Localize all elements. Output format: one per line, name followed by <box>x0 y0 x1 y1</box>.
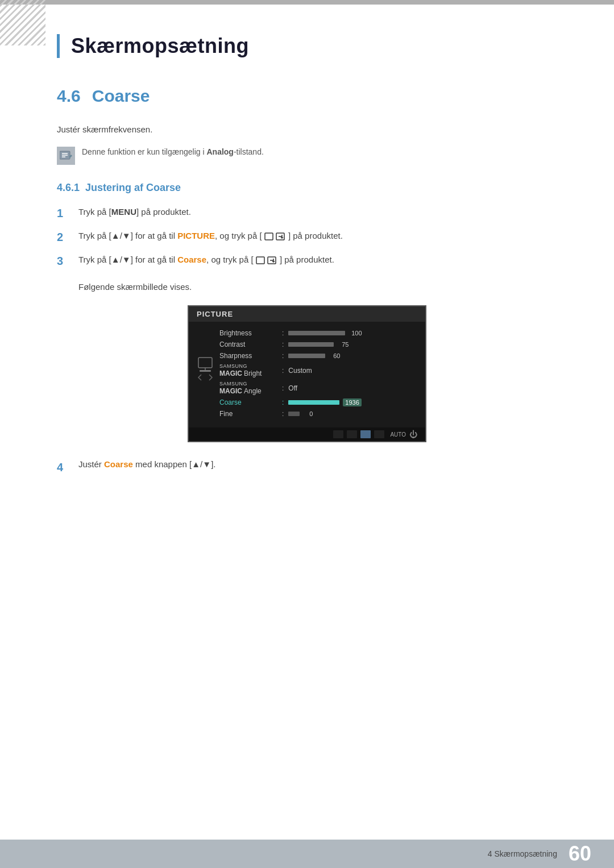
step-4: 4 Justér Coarse med knappen [▲/▼]. <box>57 459 557 475</box>
tv-menu-icon <box>197 355 214 394</box>
menu-row-fine: Fine : 0 <box>219 408 417 420</box>
footer-page-number: 60 <box>569 844 591 864</box>
screen-left-icon <box>197 327 215 420</box>
screen-container: PICTURE <box>57 305 557 442</box>
screen-image: PICTURE <box>188 305 426 442</box>
step-number-4: 4 <box>57 459 74 475</box>
sharpness-bar: 60 <box>288 352 345 360</box>
square-icon-2 <box>256 256 266 264</box>
enter-icon-2 <box>267 256 277 264</box>
section-body: Justér skærmfrekvensen. <box>57 123 557 136</box>
section-46: 4.6Coarse Justér skærmfrekvensen. Denne … <box>57 86 557 475</box>
screen-body: Brightness : 100 Contrast : <box>189 322 425 427</box>
section-title: Coarse <box>92 86 150 105</box>
menu-row-magic-bright: SAMSUNG MAGIC Bright : Custom <box>219 362 417 379</box>
btn-icon-4 <box>374 430 384 438</box>
pencil-note-icon <box>60 150 72 161</box>
menu-row-brightness: Brightness : 100 <box>219 327 417 339</box>
menu-row-coarse: Coarse : 1936 <box>219 397 417 408</box>
menu-label-contrast: Contrast <box>219 340 282 348</box>
contrast-bar: 75 <box>288 340 353 348</box>
magic-angle-value: Off <box>288 384 297 392</box>
svg-rect-9 <box>198 358 212 368</box>
btn-icon-3 <box>360 430 371 438</box>
menu-row-sharpness: Sharpness : 60 <box>219 350 417 362</box>
menu-label-fine: Fine <box>219 410 282 418</box>
step-number-1: 1 <box>57 205 74 221</box>
step-1: 1 Tryk på [MENU] på produktet. <box>57 205 557 221</box>
menu-label-magic-angle: SAMSUNG MAGIC Angle <box>219 381 282 395</box>
coarse-bar: 1936 <box>288 398 361 406</box>
btn-icon-1 <box>333 430 343 438</box>
menu-label-magic-bright: SAMSUNG MAGIC Bright <box>219 363 282 377</box>
step-1-content: Tryk på [MENU] på produktet. <box>78 205 557 219</box>
svg-rect-5 <box>265 233 273 240</box>
menu-row-contrast: Contrast : 75 <box>219 339 417 350</box>
corner-accent <box>0 0 45 45</box>
step-2-content: Tryk på [▲/▼] for at gå til PICTURE, og … <box>78 229 557 243</box>
step-number-3: 3 <box>57 253 74 269</box>
sub-note: Følgende skærmbillede vises. <box>78 280 557 294</box>
svg-rect-7 <box>256 257 264 264</box>
magic-bright-value: Custom <box>288 367 312 375</box>
menu-label-sharpness: Sharpness <box>219 352 282 360</box>
svg-rect-11 <box>200 370 211 372</box>
subsection-heading: 4.6.1 Justering af Coarse <box>57 182 557 194</box>
enter-icon <box>276 232 286 240</box>
menu-label-brightness: Brightness <box>219 329 282 337</box>
section-heading: 4.6Coarse <box>57 86 557 106</box>
screen-header: PICTURE <box>189 306 425 322</box>
section-number: 4.6 <box>57 86 81 105</box>
footer: 4 Skærmopsætning 60 <box>0 840 614 868</box>
step-3-content: Tryk på [▲/▼] for at gå til Coarse, og t… <box>78 253 557 267</box>
steps-list: 1 Tryk på [MENU] på produktet. 2 Tryk på… <box>57 205 557 269</box>
top-bar <box>0 0 614 5</box>
menu-label-coarse: Coarse <box>219 398 282 406</box>
note-text: Denne funktion er kun tilgængelig i Anal… <box>82 146 264 158</box>
screen-menu-items: Brightness : 100 Contrast : <box>219 327 417 420</box>
power-icon: ⏻ <box>409 430 417 439</box>
brightness-bar: 100 <box>288 329 364 337</box>
btn-icon-2 <box>347 430 357 438</box>
note-box: Denne funktion er kun tilgængelig i Anal… <box>57 146 557 165</box>
page-title: Skærmopsætning <box>57 34 557 58</box>
step-2: 2 Tryk på [▲/▼] for at gå til PICTURE, o… <box>57 229 557 245</box>
square-icon <box>264 232 275 240</box>
note-icon <box>57 147 75 165</box>
fine-bar: 0 <box>288 410 319 418</box>
step-4-content: Justér Coarse med knappen [▲/▼]. <box>78 459 557 469</box>
step-number-2: 2 <box>57 229 74 245</box>
screen-bottom-bar: AUTO ⏻ <box>189 427 425 441</box>
menu-row-magic-angle: SAMSUNG MAGIC Angle : Off <box>219 379 417 397</box>
btn-label-auto: AUTO <box>390 431 406 438</box>
step-3: 3 Tryk på [▲/▼] for at gå til Coarse, og… <box>57 253 557 269</box>
footer-section-text: 4 Skærmopsætning <box>488 849 557 858</box>
